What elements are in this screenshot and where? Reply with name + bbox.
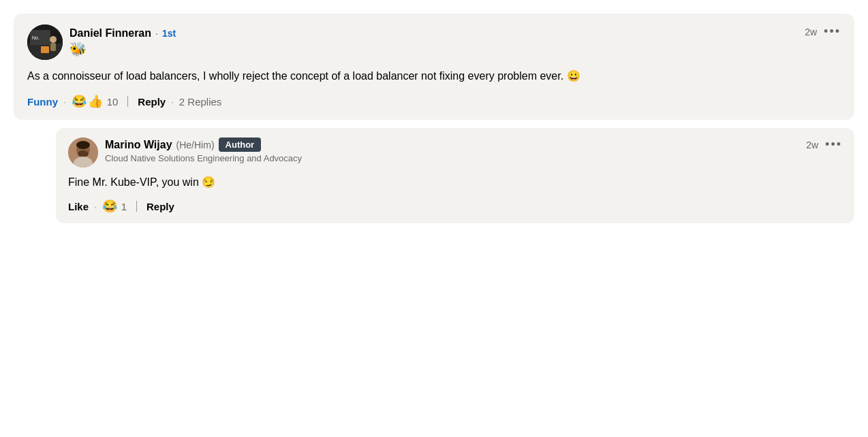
nested-timestamp: 2w [806, 140, 818, 150]
header-right: 2w ••• [805, 25, 841, 39]
svg-point-4 [50, 36, 57, 43]
nested-more-options-button[interactable]: ••• [825, 137, 842, 152]
nested-reaction-count: 1 [121, 201, 127, 212]
user-name: Daniel Finneran [69, 27, 151, 39]
comment-body: As a connoisseur of load balancers, I wh… [27, 68, 841, 84]
action-divider [127, 96, 128, 107]
nested-user-name: Marino Wijay [105, 139, 172, 151]
svg-point-9 [78, 150, 89, 157]
author-badge: Author [219, 137, 262, 152]
nested-name-row: Marino Wijay (He/Him) Author [105, 137, 261, 152]
reaction-count: 10 [107, 96, 119, 108]
reaction-icons: 😂 👍 10 [72, 94, 119, 109]
nested-pronouns: (He/Him) [176, 140, 215, 150]
reaction-like-icon: 👍 [88, 94, 103, 109]
nested-action-divider [136, 201, 137, 212]
nested-dot-1: · [94, 201, 97, 212]
name-row: Daniel Finneran · 1st [69, 27, 176, 39]
nested-avatar [68, 137, 98, 167]
svg-point-10 [76, 141, 90, 149]
svg-rect-6 [41, 46, 49, 53]
status-emoji: 🐝 [69, 41, 176, 57]
replies-count[interactable]: 2 Replies [179, 96, 222, 108]
nested-header-top: Marino Wijay (He/Him) Author 2w ••• [105, 137, 842, 152]
reply-button[interactable]: Reply [138, 96, 166, 108]
user-info: Daniel Finneran · 1st 🐝 [69, 27, 176, 57]
comment-card: No. Daniel Finneran · 1st 🐝 2w ••• [14, 14, 854, 120]
comment-timestamp: 2w [805, 27, 817, 37]
nested-subtitle: Cloud Native Solutions Engineering and A… [105, 153, 842, 163]
nested-header-right: 2w ••• [806, 137, 842, 152]
nested-reply-button[interactable]: Reply [146, 201, 174, 212]
more-options-button[interactable]: ••• [824, 25, 841, 39]
nested-reply-wrapper: Marino Wijay (He/Him) Author 2w ••• Clou… [56, 128, 854, 223]
nested-user-info: Marino Wijay (He/Him) Author 2w ••• Clou… [105, 137, 842, 163]
dot-sep-1: · [155, 28, 158, 39]
nested-comment-actions: Like · 😂 1 Reply [68, 199, 842, 214]
comment-header: No. Daniel Finneran · 1st 🐝 2w ••• [27, 25, 841, 60]
nested-comment-card: Marino Wijay (He/Him) Author 2w ••• Clou… [56, 128, 854, 223]
nested-reaction-icons: 😂 1 [102, 199, 127, 214]
comment-header-left: No. Daniel Finneran · 1st 🐝 [27, 25, 176, 60]
svg-text:No.: No. [32, 35, 40, 40]
reaction-laugh-icon: 😂 [72, 94, 87, 109]
svg-rect-5 [50, 43, 56, 51]
funny-reaction-button[interactable]: Funny [27, 96, 58, 108]
nested-comment-body: Fine Mr. Kube-VIP, you win 😏 [68, 174, 842, 191]
nested-reaction-laugh-icon: 😂 [102, 199, 117, 214]
nested-comment-header: Marino Wijay (He/Him) Author 2w ••• Clou… [68, 137, 842, 167]
comment-actions: Funny · 😂 👍 10 Reply · 2 Replies [27, 94, 841, 109]
like-button[interactable]: Like [68, 201, 89, 212]
connection-badge: 1st [162, 28, 176, 39]
avatar: No. [27, 25, 63, 60]
action-dot-1: · [63, 97, 66, 107]
action-dot-2: · [171, 97, 174, 107]
